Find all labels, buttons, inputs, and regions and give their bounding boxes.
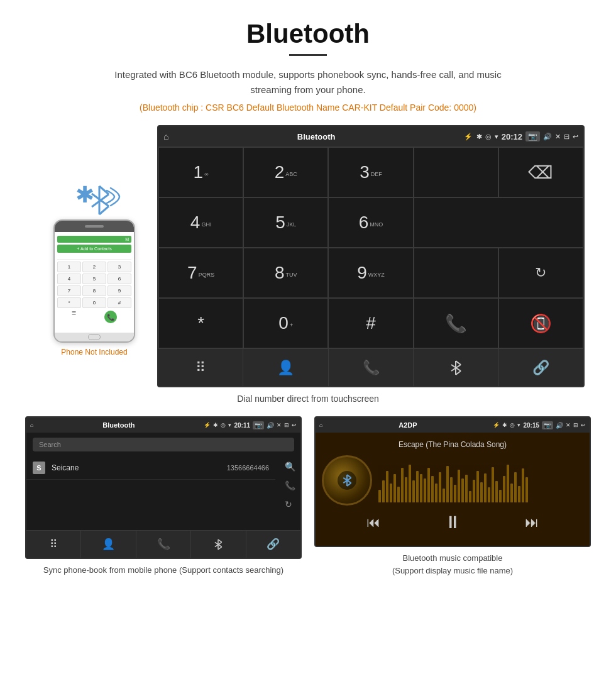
dp-key-8[interactable]: 8TUV: [243, 248, 328, 298]
phone-home-button[interactable]: [55, 333, 134, 341]
viz-bar: [518, 486, 520, 502]
music-bt-icon: ✱: [502, 422, 507, 428]
call-red-icon: 📵: [530, 313, 552, 334]
viz-bar: [401, 468, 404, 502]
music-controls: ⏮ ⏸ ⏭: [322, 506, 583, 539]
phone-cam-icon: ☰: [72, 311, 76, 323]
viz-bar: [382, 480, 385, 502]
hu-home-icon[interactable]: ⌂: [163, 131, 168, 141]
pb-back-icon[interactable]: ↩: [292, 422, 297, 428]
pb-search-side-icon[interactable]: 🔍: [285, 462, 295, 472]
viz-bar: [499, 490, 502, 502]
dp-key-2[interactable]: 2ABC: [243, 147, 328, 197]
dp-key-6[interactable]: 6MNO: [328, 197, 413, 248]
hu-tool-contacts[interactable]: 👤: [243, 349, 328, 386]
hu-back-icon[interactable]: ↩: [573, 133, 578, 141]
dp-key-star[interactable]: *: [158, 298, 243, 348]
phone-key-4[interactable]: 4: [57, 274, 81, 284]
viz-bar: [420, 474, 422, 502]
dp-key-0[interactable]: 0+: [243, 298, 328, 348]
dp-empty-r3c4: [414, 248, 498, 298]
dp-reload[interactable]: ↻: [498, 248, 583, 298]
phonebook-wrapper: ⌂ Bluetooth ⚡ ✱ ◎ ▾ 20:11 📷 🔊 ✕ ⊟ ↩ Sear…: [25, 416, 302, 577]
music-visualizer: [378, 458, 583, 502]
phonebook-screen: ⌂ Bluetooth ⚡ ✱ ◎ ▾ 20:11 📷 🔊 ✕ ⊟ ↩ Sear…: [25, 416, 302, 559]
pb-home-icon[interactable]: ⌂: [30, 422, 33, 428]
next-track-button[interactable]: ⏭: [525, 514, 539, 531]
phone-key-7[interactable]: 7: [57, 285, 81, 296]
pb-call-side-icon[interactable]: 📞: [285, 480, 295, 490]
dp-key-7[interactable]: 7PQRS: [158, 248, 243, 298]
phone-key-2[interactable]: 2: [82, 262, 106, 272]
hu-tool-dialpad[interactable]: ⠿: [158, 349, 243, 386]
pb-tool-link[interactable]: 🔗: [246, 531, 300, 558]
viz-bar: [492, 467, 494, 502]
dp-call-red[interactable]: 📵: [498, 298, 583, 348]
hu-volume-icon[interactable]: 🔊: [543, 133, 552, 141]
pb-contact-item[interactable]: S Seicane 13566664466: [26, 456, 275, 480]
pb-tool-dialpad[interactable]: ⠿: [26, 531, 81, 558]
music-content-area: Escape (The Pina Colada Song): [316, 433, 590, 546]
phone-key-9[interactable]: 9: [107, 285, 131, 296]
phone-key-5[interactable]: 5: [82, 274, 106, 284]
hu-statusbar: ⌂ Bluetooth ⚡ ✱ ◎ ▾ 20:12 📷 🔊 ✕ ⊟ ↩: [158, 126, 583, 147]
pb-contact-name: Seicane: [52, 463, 227, 472]
hu-window-icon[interactable]: ⊟: [564, 133, 569, 141]
pb-reload-side-icon[interactable]: ↻: [285, 499, 295, 509]
hu-tool-bluetooth[interactable]: [414, 349, 498, 386]
viz-bar: [393, 474, 396, 502]
phone-key-star[interactable]: *: [57, 297, 81, 308]
hu-tool-phone[interactable]: 📞: [329, 349, 414, 386]
dp-key-1[interactable]: 1∞: [158, 147, 243, 197]
pb-vol-icon[interactable]: 🔊: [267, 422, 274, 429]
prev-track-button[interactable]: ⏮: [366, 514, 380, 531]
viz-bar: [473, 480, 475, 502]
phone-call-button[interactable]: 📞: [104, 311, 117, 323]
phone-key-0[interactable]: 0: [82, 297, 106, 308]
hu-camera-icon[interactable]: 📷: [525, 131, 540, 141]
dp-call-green[interactable]: 📞: [414, 298, 498, 348]
phone-add-contacts: + Add to Contacts: [57, 245, 131, 253]
pb-tool-bluetooth[interactable]: [191, 531, 246, 558]
pb-cam-icon[interactable]: 📷: [253, 421, 264, 429]
music-back-icon[interactable]: ↩: [581, 422, 586, 428]
pb-tool-contacts[interactable]: 👤: [81, 531, 136, 558]
dp-backspace[interactable]: ⌫: [498, 147, 583, 197]
phone-screen-status: M: [57, 236, 131, 243]
phone-key-3[interactable]: 3: [107, 262, 131, 272]
phone-key-8[interactable]: 8: [82, 285, 106, 296]
phone-bottom-row: ☰ 📞: [57, 311, 131, 323]
music-cam-icon[interactable]: 📷: [542, 421, 553, 429]
dp-key-4[interactable]: 4GHI: [158, 197, 243, 248]
pb-close-icon[interactable]: ✕: [277, 422, 282, 428]
dp-key-5[interactable]: 5JKL: [243, 197, 328, 248]
phone-key-1[interactable]: 1: [57, 262, 81, 272]
pb-win-icon[interactable]: ⊟: [284, 422, 289, 428]
music-vol-icon[interactable]: 🔊: [556, 422, 563, 429]
phone-key-hash[interactable]: #: [107, 297, 131, 308]
dp-key-9[interactable]: 9WXYZ: [328, 248, 413, 298]
hu-tool-link[interactable]: 🔗: [499, 349, 583, 386]
music-song-title: Escape (The Pina Colada Song): [399, 440, 507, 449]
viz-bar: [435, 484, 437, 502]
music-close-icon[interactable]: ✕: [566, 422, 571, 428]
phone-key-6[interactable]: 6: [107, 274, 131, 284]
music-win-icon[interactable]: ⊟: [573, 422, 578, 428]
hu-screen-title: Bluetooth: [172, 132, 459, 141]
svg-line-11: [218, 539, 222, 542]
hu-time: 20:12: [502, 132, 522, 141]
music-title-bar: A2DP: [325, 421, 490, 429]
phone-mockup: M + Add to Contacts 1 2 3 4 5 6 7 8 9 * …: [53, 219, 135, 343]
hu-close-icon[interactable]: ✕: [555, 133, 561, 141]
music-home-icon[interactable]: ⌂: [319, 422, 322, 428]
dp-key-hash[interactable]: #: [328, 298, 413, 348]
play-pause-button[interactable]: ⏸: [444, 512, 461, 533]
music-main-content: [322, 455, 583, 506]
phonebook-caption: Sync phone-book from mobile phone (Suppo…: [43, 564, 283, 577]
viz-bar: [454, 485, 456, 502]
viz-bar: [510, 484, 513, 502]
pb-tool-phone[interactable]: 📞: [136, 531, 191, 558]
dp-key-3[interactable]: 3DEF: [328, 147, 413, 197]
pb-contact-letter: S: [33, 462, 45, 474]
pb-search-bar[interactable]: Search: [33, 438, 294, 451]
